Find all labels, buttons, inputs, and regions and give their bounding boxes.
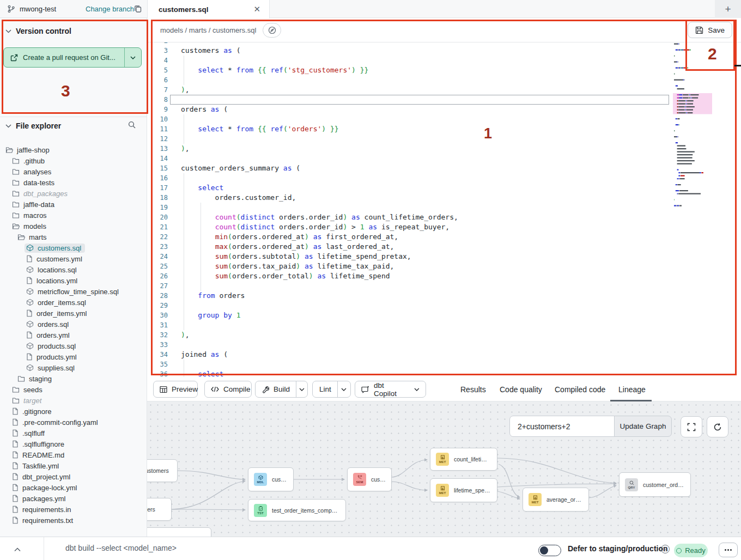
lineage-node-test_order_items_compute_to_bools...[interactable]: TSTtest_order_items_compute_to_bools... bbox=[248, 499, 346, 521]
file-row-order_items.sql[interactable]: order_items.sql bbox=[0, 297, 147, 308]
refresh-button[interactable] bbox=[707, 416, 728, 437]
build-button-group[interactable]: Build bbox=[255, 381, 308, 398]
file-row-staging[interactable]: staging bbox=[0, 373, 147, 384]
expand-command-bar-caret[interactable] bbox=[14, 544, 21, 554]
code-line-3[interactable]: 3customers as ( bbox=[147, 46, 741, 56]
lineage-node-orders[interactable]: orders bbox=[147, 498, 172, 521]
help-icon[interactable]: ? bbox=[661, 545, 670, 553]
ready-status-badge[interactable]: Ready bbox=[674, 544, 708, 557]
file-row-jaffle-data[interactable]: jaffle-data bbox=[0, 199, 147, 210]
file-row-products.sql[interactable]: products.sql bbox=[0, 340, 147, 351]
pr-dropdown-caret[interactable] bbox=[125, 56, 141, 59]
file-row-orders.yml[interactable]: orders.yml bbox=[0, 330, 147, 340]
code-line-6[interactable]: 6 bbox=[147, 75, 741, 85]
file-row-metricflow_time_spine.sql[interactable]: metricflow_time_spine.sql bbox=[0, 286, 147, 297]
lineage-node-customer_order_metrics[interactable]: QRYcustomer_order_metrics bbox=[619, 472, 691, 497]
tab-code-quality[interactable]: Code quality bbox=[500, 377, 542, 401]
lint-button-group[interactable]: Lint bbox=[312, 381, 351, 398]
file-row-package-lock.yml[interactable]: package-lock.yml bbox=[0, 482, 147, 493]
file-row-locations.sql[interactable]: locations.sql bbox=[0, 264, 147, 275]
fullscreen-button[interactable] bbox=[681, 416, 702, 437]
new-tab-button[interactable]: + bbox=[725, 4, 731, 14]
update-graph-button[interactable]: Update Graph bbox=[614, 416, 672, 437]
editor-minimap[interactable] bbox=[672, 39, 714, 263]
file-row-locations.yml[interactable]: locations.yml bbox=[0, 275, 147, 286]
tab-compiled-code[interactable]: Compiled code bbox=[555, 377, 605, 401]
create-pull-request-button[interactable]: Create a pull request on Git... bbox=[3, 47, 142, 68]
preview-button[interactable]: Preview bbox=[153, 381, 198, 398]
file-row-customers.yml[interactable]: customers.yml bbox=[0, 253, 147, 264]
change-branch-link[interactable]: Change branch bbox=[86, 5, 134, 13]
code-line-4[interactable]: 4 bbox=[147, 56, 741, 65]
code-line-36[interactable]: 36 select bbox=[147, 369, 741, 377]
code-line-32[interactable]: 32), bbox=[147, 330, 741, 340]
file-row-models[interactable]: models bbox=[0, 221, 147, 232]
tab-close-icon[interactable]: ✕ bbox=[253, 4, 260, 14]
file-row-.github[interactable]: .github bbox=[0, 155, 147, 166]
file-row-Taskfile.yml[interactable]: Taskfile.yml bbox=[0, 460, 147, 471]
file-row-.pre-commit-config.yaml[interactable]: .pre-commit-config.yaml bbox=[0, 417, 147, 428]
build-dropdown-caret[interactable] bbox=[296, 388, 307, 391]
code-line-13[interactable]: 13), bbox=[147, 144, 741, 154]
lineage-node-lifetime_spend_pretax[interactable]: METlifetime_spend_pretax bbox=[430, 478, 497, 502]
code-line-30[interactable]: 30 group by 1 bbox=[147, 311, 741, 320]
lineage-node-partial[interactable] bbox=[147, 527, 211, 537]
compile-button[interactable]: Compile bbox=[204, 381, 252, 398]
file-row-macros[interactable]: macros bbox=[0, 210, 147, 221]
copy-icon[interactable] bbox=[133, 4, 142, 15]
code-line-26[interactable]: 26 sum(orders.order_total) as lifetime_s… bbox=[147, 271, 741, 281]
code-line-23[interactable]: 23 max(orders.ordered_at) as last_ordere… bbox=[147, 242, 741, 252]
file-row-data-tests[interactable]: data-tests bbox=[0, 177, 147, 188]
file-row-supplies.sql[interactable]: supplies.sql bbox=[0, 362, 147, 373]
file-row-dbt_project.yml[interactable]: dbt_project.yml bbox=[0, 471, 147, 482]
lineage-node-stg_customers[interactable]: stg_customers bbox=[147, 459, 178, 482]
tab-results[interactable]: Results bbox=[460, 377, 486, 401]
dbt-copilot-button[interactable]: dbt Copilot bbox=[355, 381, 426, 398]
file-row-orders.sql[interactable]: orders.sql bbox=[0, 319, 147, 330]
lineage-panel[interactable]: stg_customersordersMDLcustomersSEMcustom… bbox=[147, 401, 741, 537]
code-line-17[interactable]: 17 select bbox=[147, 183, 741, 193]
code-line-27[interactable]: 27 bbox=[147, 281, 741, 291]
code-line-5[interactable]: 5 select * from {{ ref('stg_customers') … bbox=[147, 65, 741, 75]
code-line-16[interactable]: 16 bbox=[147, 173, 741, 183]
tab-lineage[interactable]: Lineage bbox=[618, 377, 646, 401]
code-line-24[interactable]: 24 sum(orders.subtotal) as lifetime_spen… bbox=[147, 252, 741, 261]
copilot-compass-icon[interactable] bbox=[263, 23, 281, 38]
file-row-.gitignore[interactable]: .gitignore bbox=[0, 406, 147, 417]
code-line-19[interactable]: 19 bbox=[147, 203, 741, 212]
defer-toggle[interactable] bbox=[538, 545, 561, 556]
code-line-11[interactable]: 11 select * from {{ ref('orders') }} bbox=[147, 124, 741, 134]
search-icon[interactable] bbox=[127, 120, 136, 131]
copilot-dropdown-caret[interactable] bbox=[414, 388, 420, 391]
command-input[interactable]: dbt build --select <model_name> bbox=[65, 544, 177, 552]
code-line-7[interactable]: 7), bbox=[147, 85, 741, 95]
code-line-18[interactable]: 18 orders.customer_id, bbox=[147, 193, 741, 203]
lineage-node-customers[interactable]: SEMcustomers bbox=[347, 467, 392, 491]
file-row-packages.yml[interactable]: packages.yml bbox=[0, 493, 147, 504]
code-line-25[interactable]: 25 sum(orders.tax_paid) as lifetime_tax_… bbox=[147, 261, 741, 271]
file-row-jaffle-shop[interactable]: jaffle-shop bbox=[0, 144, 147, 155]
file-row-customers.sql[interactable]: customers.sql bbox=[0, 242, 147, 253]
lineage-selector-input[interactable]: 2+customers+2 bbox=[509, 416, 615, 437]
code-line-34[interactable]: 34joined as ( bbox=[147, 350, 741, 360]
code-line-33[interactable]: 33 bbox=[147, 340, 741, 350]
file-row-seeds[interactable]: seeds bbox=[0, 384, 147, 395]
code-line-21[interactable]: 21 count(distinct orders.order_id) > 1 a… bbox=[147, 222, 741, 232]
code-line-20[interactable]: 20 count(distinct orders.order_id) as co… bbox=[147, 212, 741, 222]
code-line-29[interactable]: 29 bbox=[147, 301, 741, 311]
more-options-button[interactable] bbox=[719, 543, 738, 557]
file-row-products.yml[interactable]: products.yml bbox=[0, 351, 147, 362]
file-row-.sqlfluff[interactable]: .sqlfluff bbox=[0, 428, 147, 439]
file-row-order_items.yml[interactable]: order_items.yml bbox=[0, 308, 147, 319]
file-row-README.md[interactable]: README.md bbox=[0, 449, 147, 460]
file-row-target[interactable]: target bbox=[0, 395, 147, 406]
code-line-22[interactable]: 22 min(orders.ordered_at) as first_order… bbox=[147, 232, 741, 242]
lineage-node-average_order_value[interactable]: METaverage_order_value bbox=[523, 488, 589, 512]
code-line-31[interactable]: 31 bbox=[147, 320, 741, 330]
code-line-10[interactable]: 10 bbox=[147, 114, 741, 124]
code-line-28[interactable]: 28 from orders bbox=[147, 291, 741, 301]
lint-dropdown-caret[interactable] bbox=[338, 388, 350, 391]
save-button[interactable]: Save bbox=[688, 22, 732, 38]
file-explorer-header[interactable]: File explorer bbox=[5, 121, 142, 130]
file-row-requirements.in[interactable]: requirements.in bbox=[0, 504, 147, 515]
